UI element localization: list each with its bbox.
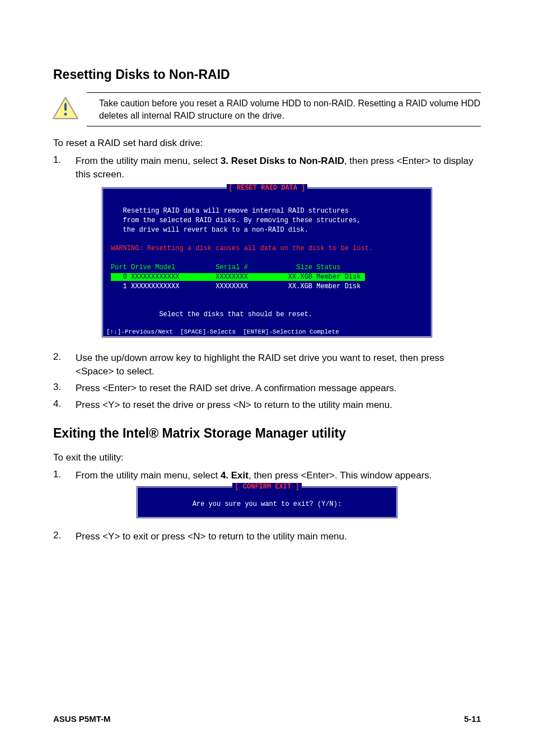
exit-step1-post: , then press <Enter>. This window appear… — [249, 470, 432, 481]
bios-table-header: Port Drive Model Serial # Size Status — [111, 264, 340, 271]
heading-exit-utility: Exiting the Intel® Matrix Storage Manage… — [53, 426, 481, 441]
bios-desc-line1: Resetting RAID data will remove internal… — [123, 207, 349, 215]
step-row: 3. Press <Enter> to reset the RAID set d… — [53, 382, 481, 395]
step-number: 1. — [53, 154, 76, 166]
step-number: 3. — [53, 382, 76, 393]
bios-body: Resetting RAID data will remove internal… — [103, 195, 431, 323]
bios-desc-line2: from the selected RAID disks. By removin… — [123, 217, 361, 224]
bios-title-wrap: [ RESET RAID DATA ] — [103, 184, 431, 193]
bios-table-row: 1 XXXXXXXXXXXX XXXXXXXX XX.XGB Member Di… — [111, 283, 360, 290]
page-footer: ASUS P5MT-M 5-11 — [53, 714, 481, 724]
step-body: From the utility main menu, select 4. Ex… — [76, 469, 481, 482]
caution-icon — [52, 96, 79, 124]
exit-step1-pre: From the utility main menu, select — [76, 470, 221, 481]
step-number: 2. — [53, 530, 76, 541]
footer-right: 5-11 — [464, 714, 481, 724]
footer-left: ASUS P5MT-M — [53, 714, 111, 724]
step-body: Press <Y> to exit or press <N> to return… — [76, 530, 481, 543]
svg-point-2 — [64, 113, 67, 116]
step-number: 1. — [53, 469, 76, 480]
step-row: 1. From the utility main menu, select 4.… — [53, 469, 481, 482]
step-row: 1. From the utility main menu, select 3.… — [53, 154, 481, 181]
exit-step1-menu-item: 4. Exit — [221, 470, 249, 481]
bios-select-prompt: Select the disks that should be reset. — [159, 311, 312, 318]
heading-reset-disks: Resetting Disks to Non-RAID — [53, 67, 481, 82]
bios-footer-keys: [↑↓]-Previous/Next [SPACE]-Selects [ENTE… — [103, 326, 431, 336]
step-row: 4. Press <Y> to reset the drive or press… — [53, 398, 481, 412]
bios-title-wrap: [ CONFIRM EXIT ] — [138, 482, 396, 492]
page: Resetting Disks to Non-RAID Take caution… — [0, 0, 534, 756]
step-body: From the utility main menu, select 3. Re… — [76, 154, 481, 181]
bios-desc-line3: the drive will revert back to a non-RAID… — [123, 226, 308, 234]
bios-reset-dialog: [ RESET RAID DATA ] Resetting RAID data … — [101, 187, 433, 339]
bios-exit-prompt: Are you sure you want to exit? (Y/N): — [138, 494, 396, 517]
caution-text: Take caution before you reset a RAID vol… — [99, 98, 480, 120]
svg-rect-1 — [64, 103, 67, 111]
step-row: 2. Press <Y> to exit or press <N> to ret… — [53, 530, 481, 543]
bios-title: [ CONFIRM EXIT ] — [232, 483, 301, 491]
step-row: 2. Use the up/down arrow key to highligh… — [53, 351, 481, 378]
step-body: Press <Y> to reset the drive or press <N… — [76, 398, 481, 412]
bios-table-row-selected: 0 XXXXXXXXXXXX XXXXXXXX XX.XGB Member Di… — [111, 273, 365, 281]
bios-exit-dialog: [ CONFIRM EXIT ] Are you sure you want t… — [136, 486, 398, 519]
step-body: Use the up/down arrow key to highlight t… — [76, 351, 481, 378]
intro-text-reset: To reset a RAID set hard disk drive: — [53, 137, 481, 150]
bios-warning: WARNING: Resetting a disk causes all dat… — [111, 245, 373, 252]
step-number: 4. — [53, 398, 76, 410]
caution-note: Take caution before you reset a RAID vol… — [87, 92, 481, 126]
bios-title: [ RESET RAID DATA ] — [227, 184, 308, 192]
step1-menu-item: 3. Reset Disks to Non-RAID — [221, 156, 344, 166]
step1-pre: From the utility main menu, select — [76, 156, 221, 166]
step-number: 2. — [53, 351, 76, 363]
intro-text-exit: To exit the utility: — [53, 451, 481, 464]
step-body: Press <Enter> to reset the RAID set driv… — [76, 382, 481, 395]
